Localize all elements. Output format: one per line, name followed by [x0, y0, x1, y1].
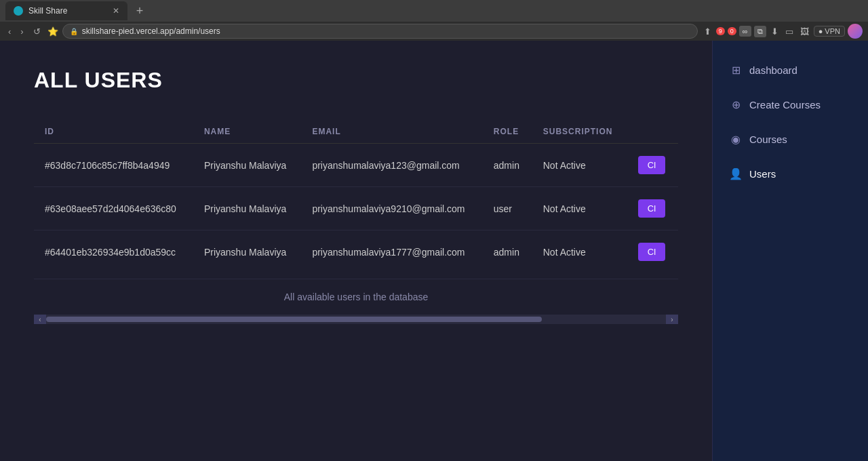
- page-title: ALL USERS: [34, 68, 678, 93]
- col-email: EMAIL: [301, 120, 482, 144]
- cell-name: Priyanshu Malaviya: [193, 230, 302, 274]
- vpn-badge[interactable]: ● VPN: [814, 26, 845, 37]
- cell-action[interactable]: Cl: [627, 230, 678, 274]
- cell-name: Priyanshu Malaviya: [193, 144, 302, 187]
- col-action: [627, 120, 678, 144]
- cell-email: priyanshumalaviya123@gmail.com: [301, 144, 482, 187]
- browser-extensions: ⬆ 9 0 ∞ ⧉ ⬇ ▭ 🖼 ● VPN: [702, 24, 863, 39]
- address-bar[interactable]: 🔒 skillshare-pied.vercel.app/admin/users: [62, 24, 698, 39]
- cell-action[interactable]: Cl: [627, 187, 678, 230]
- back-button[interactable]: ‹: [5, 25, 14, 38]
- scrollbar-track[interactable]: [46, 317, 666, 322]
- users-icon: 👤: [729, 167, 743, 180]
- action-button[interactable]: Cl: [638, 243, 665, 261]
- lock-icon: 🔒: [70, 28, 78, 35]
- main-content: ALL USERS ID NAME EMAIL ROLE SUBSCRIPTIO…: [0, 41, 712, 461]
- courses-icon: ◉: [729, 133, 743, 146]
- sidebar-label-create-courses: Create Courses: [749, 99, 821, 111]
- table-row: #64401eb326934e9b1d0a59cc Priyanshu Mala…: [34, 230, 678, 274]
- sidebar-label-dashboard: dashboard: [749, 64, 797, 76]
- sidebar: ⊞ dashboard ⊕ Create Courses ◉ Courses 👤…: [712, 41, 868, 461]
- table-footer: All available users in the database: [34, 279, 678, 315]
- sidebar-item-create-courses[interactable]: ⊕ Create Courses: [713, 89, 868, 121]
- scrollbar-thumb[interactable]: [46, 317, 542, 322]
- cell-subscription: Not Active: [532, 187, 627, 230]
- cell-role: admin: [483, 144, 532, 187]
- active-tab[interactable]: Skill Share ✕: [5, 1, 127, 20]
- action-button[interactable]: Cl: [638, 199, 665, 218]
- create-courses-icon: ⊕: [729, 98, 743, 111]
- download-icon[interactable]: ⬇: [769, 25, 781, 38]
- ext-icon-infinity[interactable]: ∞: [739, 26, 751, 37]
- bookmark-button[interactable]: ⭐: [47, 26, 58, 37]
- profile-icon[interactable]: 🖼: [798, 25, 811, 38]
- col-role: ROLE: [483, 120, 532, 144]
- browser-chrome: Skill Share ✕ + ‹ › ↺ ⭐ 🔒 skillshare-pie…: [0, 0, 868, 41]
- table-body: #63d8c7106c85c7ff8b4a4949 Priyanshu Mala…: [34, 144, 678, 274]
- dashboard-icon: ⊞: [729, 64, 743, 77]
- nav-bar: ‹ › ↺ ⭐ 🔒 skillshare-pied.vercel.app/adm…: [0, 22, 868, 41]
- cell-id: #63d8c7106c85c7ff8b4a4949: [34, 144, 193, 187]
- cast-icon[interactable]: ▭: [783, 25, 795, 38]
- cell-subscription: Not Active: [532, 144, 627, 187]
- action-button[interactable]: Cl: [638, 156, 665, 174]
- col-name: NAME: [193, 120, 302, 144]
- scroll-left-arrow[interactable]: ‹: [34, 315, 46, 324]
- sidebar-item-users[interactable]: 👤 Users: [713, 158, 868, 190]
- new-tab-button[interactable]: +: [132, 3, 148, 19]
- cell-role: admin: [483, 230, 532, 274]
- sidebar-item-dashboard[interactable]: ⊞ dashboard: [713, 54, 868, 86]
- ext-badge-2[interactable]: 0: [728, 27, 736, 35]
- tab-favicon: [14, 6, 23, 16]
- share-icon[interactable]: ⬆: [702, 25, 713, 38]
- table-header: ID NAME EMAIL ROLE SUBSCRIPTION: [34, 120, 678, 144]
- ext-icon-puzzle[interactable]: ⧉: [754, 26, 766, 37]
- ext-badge-1[interactable]: 9: [716, 27, 725, 35]
- col-subscription: SUBSCRIPTION: [532, 120, 627, 144]
- users-table: ID NAME EMAIL ROLE SUBSCRIPTION #63d8c71…: [34, 120, 678, 273]
- profile-avatar[interactable]: [848, 24, 863, 39]
- cell-id: #63e08aee57d2d4064e636c80: [34, 187, 193, 230]
- tab-close-button[interactable]: ✕: [113, 7, 119, 15]
- scroll-right-arrow[interactable]: ›: [666, 315, 678, 324]
- table-row: #63d8c7106c85c7ff8b4a4949 Priyanshu Mala…: [34, 144, 678, 187]
- forward-button[interactable]: ›: [18, 25, 26, 38]
- horizontal-scrollbar[interactable]: ‹ ›: [34, 315, 678, 324]
- sidebar-item-courses[interactable]: ◉ Courses: [713, 123, 868, 155]
- app-container: ALL USERS ID NAME EMAIL ROLE SUBSCRIPTIO…: [0, 41, 868, 461]
- cell-email: priyanshumalaviya1777@gmail.com: [301, 230, 482, 274]
- url-text: skillshare-pied.vercel.app/admin/users: [82, 26, 220, 36]
- col-id: ID: [34, 120, 193, 144]
- cell-id: #64401eb326934e9b1d0a59cc: [34, 230, 193, 274]
- cell-subscription: Not Active: [532, 230, 627, 274]
- cell-email: priyanshumalaviya9210@gmail.com: [301, 187, 482, 230]
- cell-action[interactable]: Cl: [627, 144, 678, 187]
- cell-name: Priyanshu Malaviya: [193, 187, 302, 230]
- table-row: #63e08aee57d2d4064e636c80 Priyanshu Mala…: [34, 187, 678, 230]
- sidebar-label-users: Users: [749, 168, 776, 180]
- reload-button[interactable]: ↺: [31, 25, 43, 38]
- sidebar-label-courses: Courses: [749, 134, 787, 145]
- tab-title: Skill Share: [28, 6, 107, 16]
- tab-bar: Skill Share ✕ +: [0, 0, 868, 22]
- cell-role: user: [483, 187, 532, 230]
